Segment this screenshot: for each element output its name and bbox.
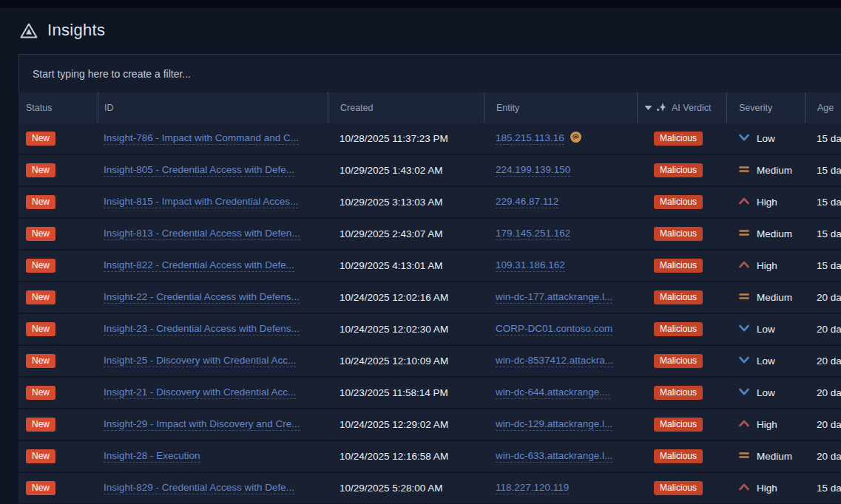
ai-verdict-badge: Malicious — [654, 290, 703, 304]
status-badge: New — [26, 386, 55, 400]
severity-medium-icon — [738, 451, 750, 462]
entity-link[interactable]: win-dc-177.attackrange.l... — [496, 291, 612, 304]
table-row[interactable]: NewInsight-21 - Discovery with Credentia… — [18, 378, 841, 408]
insight-link[interactable]: Insight-28 - Execution — [104, 450, 200, 463]
table-header-row: StatusIDCreatedEntityAI VerdictSeverityA… — [18, 92, 841, 123]
created-timestamp: 10/24/2025 12:02:30 AM — [328, 314, 484, 344]
created-timestamp: 10/23/2025 11:58:14 PM — [328, 378, 484, 408]
entity-link[interactable]: 118.227.120.119 — [496, 482, 569, 494]
severity-low-icon — [738, 133, 750, 144]
severity-label: Low — [757, 324, 775, 335]
insight-link[interactable]: Insight-786 - Impact with Command and C.… — [104, 132, 299, 145]
entity-link[interactable]: win-dc-644.attackrange.... — [496, 386, 610, 399]
status-badge: New — [26, 195, 55, 209]
entity-link[interactable]: 224.199.139.150 — [496, 164, 570, 177]
status-badge: New — [26, 163, 55, 177]
entity-link[interactable]: win-dc-633.attackrange.l... — [496, 450, 612, 463]
insight-link[interactable]: Insight-813 - Credential Access with Def… — [104, 228, 300, 240]
column-header-label: AI Verdict — [672, 103, 712, 113]
entity-link[interactable]: win-dc-129.attackrange.l... — [496, 418, 612, 431]
status-badge: New — [26, 132, 55, 146]
age-value: 15 days — [805, 251, 841, 281]
entity-link[interactable]: 229.46.87.112 — [496, 196, 558, 208]
ai-verdict-badge: Malicious — [654, 449, 703, 463]
age-value: 20 days — [805, 314, 841, 344]
column-header-age[interactable]: Age — [805, 92, 841, 123]
age-value: 20 days — [805, 441, 841, 471]
ai-verdict-badge: Malicious — [654, 386, 703, 400]
ai-verdict-badge: Malicious — [654, 418, 703, 432]
table-row[interactable]: NewInsight-28 - Execution10/24/2025 12:1… — [18, 441, 841, 471]
column-header-created[interactable]: Created — [328, 92, 484, 123]
insight-link[interactable]: Insight-21 - Discovery with Credential A… — [104, 386, 296, 399]
severity-high-icon — [738, 419, 750, 430]
severity-label: Medium — [757, 451, 792, 462]
column-header-label: Created — [340, 103, 373, 113]
created-timestamp: 10/29/2025 2:43:07 AM — [328, 219, 484, 249]
insight-link[interactable]: Insight-815 - Impact with Credential Acc… — [104, 196, 298, 208]
ai-verdict-badge: Malicious — [654, 227, 703, 241]
entity-link[interactable]: win-dc-8537412.attackra... — [496, 355, 613, 367]
age-value: 20 days — [805, 409, 841, 440]
insight-link[interactable]: Insight-822 - Credential Access with Def… — [104, 259, 294, 272]
insights-panel: StatusIDCreatedEntityAI VerdictSeverityA… — [18, 54, 841, 504]
age-value: 20 days — [805, 346, 841, 376]
column-header-status[interactable]: Status — [18, 92, 98, 123]
insights-triangle-icon — [20, 23, 38, 38]
filter-input[interactable] — [19, 68, 841, 80]
status-badge: New — [26, 449, 55, 463]
insight-link[interactable]: Insight-29 - Impact with Discovery and C… — [104, 418, 300, 431]
severity-low-icon — [738, 324, 750, 335]
column-header-id[interactable]: ID — [98, 92, 328, 123]
ai-sparkle-icon — [656, 102, 666, 115]
severity-high-icon — [738, 483, 750, 494]
status-badge: New — [26, 354, 55, 368]
column-header-label: Entity — [496, 103, 519, 113]
insight-link[interactable]: Insight-25 - Discovery with Credential A… — [104, 355, 296, 367]
table-row[interactable]: NewInsight-829 - Credential Access with … — [18, 473, 841, 503]
insight-link[interactable]: Insight-23 - Credential Access with Defe… — [104, 323, 300, 336]
created-timestamp: 10/29/2025 4:13:01 AM — [328, 251, 484, 281]
table-row[interactable]: NewInsight-29 - Impact with Discovery an… — [18, 409, 841, 440]
entity-link[interactable]: CORP-DC01.contoso.com — [496, 323, 612, 336]
age-value: 20 days — [805, 282, 841, 313]
created-timestamp: 10/24/2025 12:10:09 AM — [328, 346, 484, 376]
ai-verdict-badge: Malicious — [654, 259, 703, 273]
column-header-verdict[interactable]: AI Verdict — [637, 92, 726, 123]
created-timestamp: 10/24/2025 12:02:16 AM — [328, 282, 484, 313]
severity-label: Low — [757, 133, 775, 144]
table-row[interactable]: NewInsight-25 - Discovery with Credentia… — [18, 346, 841, 376]
table-row[interactable]: NewInsight-23 - Credential Access with D… — [18, 314, 841, 344]
severity-label: High — [757, 483, 777, 494]
column-header-severity[interactable]: Severity — [726, 92, 805, 123]
ai-verdict-badge: Malicious — [654, 132, 703, 146]
column-header-label: ID — [104, 103, 114, 113]
table-row[interactable]: NewInsight-786 - Impact with Command and… — [18, 123, 841, 154]
severity-label: Medium — [757, 228, 792, 239]
top-bar — [0, 0, 841, 8]
page-header: Insights — [20, 21, 105, 40]
entity-link[interactable]: 109.31.186.162 — [496, 259, 565, 272]
status-badge: New — [26, 290, 55, 304]
page-title: Insights — [47, 21, 105, 40]
table-row[interactable]: NewInsight-822 - Credential Access with … — [18, 251, 841, 281]
column-header-entity[interactable]: Entity — [484, 92, 637, 123]
insight-link[interactable]: Insight-22 - Credential Access with Defe… — [104, 291, 300, 304]
entity-link[interactable]: 179.145.251.162 — [496, 228, 570, 240]
insight-link[interactable]: Insight-829 - Credential Access with Def… — [104, 482, 294, 494]
column-menu-triangle-icon[interactable] — [644, 103, 652, 113]
table-row[interactable]: NewInsight-805 - Credential Access with … — [18, 155, 841, 185]
age-value: 15 days — [805, 187, 841, 217]
severity-label: Low — [757, 387, 775, 398]
insight-link[interactable]: Insight-805 - Credential Access with Def… — [104, 164, 294, 177]
severity-low-icon — [738, 387, 750, 398]
severity-label: High — [757, 260, 777, 271]
table-row[interactable]: NewInsight-815 - Impact with Credential … — [18, 187, 841, 217]
ai-verdict-badge: Malicious — [654, 322, 703, 336]
created-timestamp: 10/24/2025 12:29:02 AM — [328, 409, 484, 440]
entity-link[interactable]: 185.215.113.16 — [496, 132, 564, 145]
table-row[interactable]: NewInsight-813 - Credential Access with … — [18, 219, 841, 249]
status-badge: New — [26, 259, 55, 273]
table-row[interactable]: NewInsight-22 - Credential Access with D… — [18, 282, 841, 313]
severity-medium-icon — [738, 228, 750, 239]
